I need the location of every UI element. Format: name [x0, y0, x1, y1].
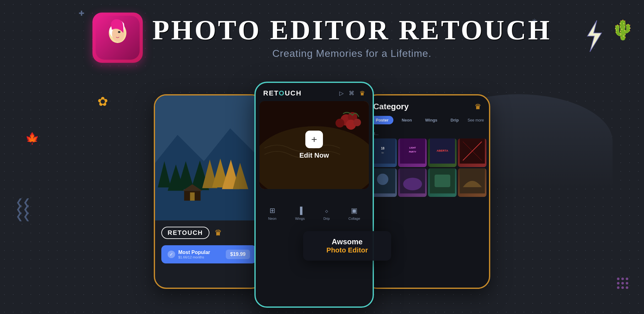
sub-title: Creating Memories for a Lifetime.: [152, 48, 551, 59]
photo-thumb-2[interactable]: LIGHT PARTY: [398, 138, 427, 167]
photo-thumb-8[interactable]: [458, 168, 486, 197]
bottom-nav: ⊞ Neon ▐ Wings ⬦ Drip ▣ Collage: [256, 200, 373, 224]
forest-scene: [155, 95, 263, 220]
photo-thumb-7[interactable]: [428, 168, 457, 197]
share-icon[interactable]: ⌘: [349, 90, 354, 97]
header: PHOTO EDITOR RETOUCH Creating Memories f…: [0, 13, 644, 63]
price-label-block: Most Popular $1.66/12 months: [178, 250, 210, 259]
phone-left-bottom: RETOUCH ♛ ✓ Most Popular $1.66/12 months…: [155, 220, 263, 270]
awesome-popup: Awsome Photo Editor: [303, 231, 391, 261]
phone-right-header: Category ♛: [366, 95, 489, 116]
crown-icon-right: ♛: [475, 102, 481, 111]
title-block: PHOTO EDITOR RETOUCH Creating Memories f…: [152, 16, 551, 59]
photo-thumb-6[interactable]: [398, 168, 427, 197]
retouch-logo-left: RETOUCH ♛: [161, 227, 256, 239]
awesome-subtitle: Photo Editor: [312, 246, 382, 254]
tab-neon[interactable]: Neon: [397, 116, 417, 124]
check-circle: ✓: [168, 251, 175, 258]
drip-icon: ⬦: [325, 207, 329, 215]
photo-thumb-4[interactable]: [458, 138, 486, 167]
svg-text:ABERTA: ABERTA: [436, 149, 448, 152]
awesome-title: Awsome: [312, 237, 382, 246]
center-brand: RETOUCH: [263, 89, 302, 97]
svg-rect-41: [435, 175, 450, 187]
price-amount: $19.99: [226, 250, 250, 259]
crown-icon-left: ♛: [214, 228, 222, 238]
svg-text:18: 18: [381, 147, 385, 150]
category-title: Category: [373, 102, 409, 111]
phone-left: RETOUCH ♛ ✓ Most Popular $1.66/12 months…: [154, 94, 264, 289]
svg-text:PARTY: PARTY: [409, 151, 416, 153]
photo-grid: 18 tin LIGHT PARTY: [366, 138, 489, 197]
price-badge[interactable]: ✓ Most Popular $1.66/12 months $19.99: [161, 245, 256, 263]
wings-icon: ▐: [297, 207, 303, 215]
phone-center: RETOUCH ▷ ⌘ ♛: [254, 82, 374, 308]
nav-item-neon[interactable]: ⊞ Neon: [268, 207, 276, 220]
nav-item-collage[interactable]: ▣ Collage: [348, 207, 360, 220]
see-more[interactable]: See more: [468, 118, 484, 122]
price-sub: $1.66/12 months: [178, 255, 210, 259]
price-label: Most Popular: [178, 250, 210, 255]
price-left: ✓ Most Popular $1.66/12 months: [168, 250, 210, 259]
svg-text:LIGHT: LIGHT: [409, 147, 416, 149]
neon-label: Neon: [268, 217, 276, 220]
collage-icon: ▣: [351, 207, 358, 215]
neon-icon: ⊞: [269, 207, 275, 215]
nav-item-drip[interactable]: ⬦ Drip: [323, 207, 330, 220]
svg-rect-17: [190, 192, 195, 201]
tab-poster[interactable]: Poster: [371, 116, 393, 124]
photo-thumb-3[interactable]: ABERTA: [428, 138, 457, 167]
phone-center-header: RETOUCH ▷ ⌘ ♛: [256, 83, 373, 101]
svg-point-4: [118, 31, 120, 33]
grid-section-label: Fil...: [366, 129, 489, 138]
retouch-text-left: RETOUCH: [161, 227, 209, 239]
play-icon[interactable]: ▷: [339, 90, 344, 97]
edit-now-overlay: + Edit Now: [259, 101, 369, 189]
edit-now-section[interactable]: + Edit Now: [259, 101, 369, 189]
phones-container: RETOUCH ♛ ✓ Most Popular $1.66/12 months…: [0, 82, 644, 308]
header-icons: ▷ ⌘ ♛: [339, 89, 365, 97]
edit-now-text: Edit Now: [299, 151, 329, 160]
svg-point-39: [403, 178, 422, 190]
crown-icon-center[interactable]: ♛: [359, 89, 365, 97]
main-title: PHOTO EDITOR RETOUCH: [152, 16, 551, 44]
svg-point-37: [377, 174, 388, 185]
collage-label: Collage: [348, 217, 360, 220]
svg-text:tin: tin: [381, 152, 384, 154]
plus-button[interactable]: +: [305, 131, 323, 148]
nav-item-wings[interactable]: ▐ Wings: [295, 207, 305, 220]
tab-drip[interactable]: Drip: [446, 116, 464, 124]
tab-wings[interactable]: Wings: [420, 116, 442, 124]
category-tabs: Poster Neon Wings Drip See more: [366, 116, 489, 129]
app-icon: [92, 13, 143, 63]
drip-label: Drip: [323, 217, 330, 220]
wings-label: Wings: [295, 217, 305, 220]
phone-left-bg: [155, 95, 263, 220]
